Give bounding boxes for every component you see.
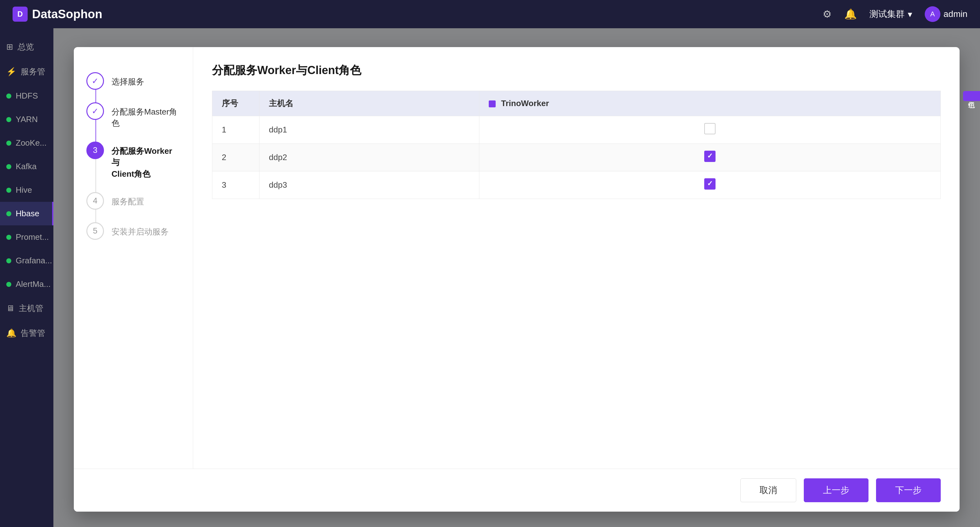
status-dot-green bbox=[6, 282, 11, 287]
server-icon: ⚡ bbox=[6, 67, 16, 76]
sidebar-item-label: AlertMa... bbox=[16, 279, 51, 289]
navbar-right: ⚙ 🔔 测试集群 ▾ A admin bbox=[822, 6, 967, 22]
col-header-seq: 序号 bbox=[212, 91, 259, 116]
sidebar-item-alertmanager[interactable]: AlertMa... bbox=[0, 273, 53, 296]
cell-checkbox-3 bbox=[479, 171, 941, 199]
right-panel-hints: 色组 bbox=[963, 91, 980, 101]
avatar: A bbox=[925, 6, 940, 22]
cluster-name: 测试集群 bbox=[869, 8, 905, 20]
sidebar-item-service-mgmt[interactable]: ⚡ 服务管 bbox=[0, 59, 53, 84]
cell-hostname-3: ddp3 bbox=[259, 171, 479, 199]
sidebar-item-label: ZooKe... bbox=[16, 138, 46, 148]
step-number-4: 4 bbox=[86, 192, 104, 210]
grid-icon: ⊞ bbox=[6, 42, 13, 52]
status-dot-green bbox=[6, 117, 11, 122]
sidebar-item-label: 告警管 bbox=[21, 328, 45, 339]
sidebar-item-label: YARN bbox=[16, 114, 38, 124]
sidebar-item-label: 服务管 bbox=[21, 66, 45, 77]
step-label-1: 选择服务 bbox=[111, 72, 144, 87]
modal-title: 分配服务Worker与Client角色 bbox=[212, 63, 941, 78]
alarm-icon: 🔔 bbox=[6, 328, 16, 338]
sidebar-item-label: Promet... bbox=[16, 232, 49, 242]
step-item-1: ✓ 选择服务 bbox=[86, 66, 180, 96]
sidebar-item-hive[interactable]: Hive bbox=[0, 178, 53, 202]
sidebar-item-hdfs[interactable]: HDFS bbox=[0, 84, 53, 108]
step-item-2: ✓ 分配服务Master角色 bbox=[86, 96, 180, 135]
step-number-1: ✓ bbox=[86, 72, 104, 90]
notification-icon[interactable]: 🔔 bbox=[844, 8, 857, 20]
main-content: ✓ 选择服务 ✓ 分配服务Master角色 bbox=[53, 28, 980, 527]
step-number-5: 5 bbox=[86, 222, 104, 240]
sidebar-item-label: Grafana... bbox=[16, 256, 52, 265]
checkmark-icon: ✓ bbox=[92, 76, 99, 86]
sidebar-item-yarn[interactable]: YARN bbox=[0, 108, 53, 131]
sidebar-item-prometheus[interactable]: Promet... bbox=[0, 225, 53, 249]
modal-overlay: ✓ 选择服务 ✓ 分配服务Master角色 bbox=[53, 28, 980, 527]
next-button[interactable]: 下一步 bbox=[876, 478, 941, 502]
status-dot-green bbox=[6, 141, 11, 146]
step-number-2: ✓ bbox=[86, 102, 104, 120]
sidebar-item-host-mgmt[interactable]: 🖥 主机管 bbox=[0, 296, 53, 321]
sidebar-item-zookeeper[interactable]: ZooKe... bbox=[0, 131, 53, 155]
sidebar-item-label: Kafka bbox=[16, 162, 37, 171]
modal-footer: 取消 上一步 下一步 bbox=[74, 468, 959, 512]
app-name: DataSophon bbox=[32, 8, 102, 21]
status-dot-green bbox=[6, 164, 11, 169]
cell-hostname-2: ddp2 bbox=[259, 144, 479, 171]
step-label-3: 分配服务Worker与Client角色 bbox=[111, 141, 180, 179]
sidebar-item-kafka[interactable]: Kafka bbox=[0, 155, 53, 178]
host-icon: 🖥 bbox=[6, 303, 14, 313]
cluster-selector[interactable]: 测试集群 ▾ bbox=[869, 8, 912, 20]
checkbox-ddp2-trinoworker[interactable] bbox=[704, 151, 716, 162]
sidebar: ⊞ 总览 ⚡ 服务管 HDFS YARN ZooKe... Kafka Hive bbox=[0, 28, 53, 527]
status-dot-green bbox=[6, 94, 11, 98]
cell-checkbox-2 bbox=[479, 144, 941, 171]
sidebar-item-label: 总览 bbox=[18, 41, 34, 52]
wizard-steps: ✓ 选择服务 ✓ 分配服务Master角色 bbox=[74, 47, 193, 468]
modal-panel: 分配服务Worker与Client角色 序号 主机名 bbox=[193, 47, 959, 468]
sidebar-item-label: 主机管 bbox=[19, 303, 43, 314]
step-item-5: 5 安装并启动服务 bbox=[86, 216, 180, 246]
app-brand: D DataSophon bbox=[13, 6, 102, 22]
checkmark-icon: ✓ bbox=[92, 106, 99, 116]
step-item-4: 4 服务配置 bbox=[86, 186, 180, 216]
step-label-4: 服务配置 bbox=[111, 192, 144, 207]
sidebar-item-label: HDFS bbox=[16, 91, 38, 101]
checkbox-ddp3-trinoworker[interactable] bbox=[704, 178, 716, 190]
wizard-modal: ✓ 选择服务 ✓ 分配服务Master角色 bbox=[74, 47, 959, 512]
status-dot-green bbox=[6, 258, 11, 264]
status-dot-green bbox=[6, 211, 11, 216]
cell-hostname-1: ddp1 bbox=[259, 116, 479, 144]
cancel-button[interactable]: 取消 bbox=[740, 478, 796, 502]
sidebar-item-grafana[interactable]: Grafana... bbox=[0, 249, 53, 273]
step-label-2: 分配服务Master角色 bbox=[111, 102, 180, 129]
role-color-indicator bbox=[489, 100, 496, 107]
settings-icon[interactable]: ⚙ bbox=[822, 8, 832, 20]
table-row: 1 ddp1 bbox=[212, 116, 941, 144]
sidebar-item-hbase[interactable]: Hbase bbox=[0, 202, 53, 225]
admin-user: A admin bbox=[925, 6, 967, 22]
navbar: D DataSophon ⚙ 🔔 测试集群 ▾ A admin bbox=[0, 0, 980, 28]
step-digit-4: 4 bbox=[93, 196, 97, 206]
cell-seq-2: 2 bbox=[212, 144, 259, 171]
step-label-5: 安装并启动服务 bbox=[111, 222, 169, 237]
table-row: 3 ddp3 bbox=[212, 171, 941, 199]
table-row: 2 ddp2 bbox=[212, 144, 941, 171]
app-logo-icon: D bbox=[13, 6, 28, 22]
prev-button[interactable]: 上一步 bbox=[804, 478, 869, 502]
sidebar-item-overview[interactable]: ⊞ 总览 bbox=[0, 35, 53, 59]
modal-body: ✓ 选择服务 ✓ 分配服务Master角色 bbox=[74, 47, 959, 468]
step-digit-3: 3 bbox=[93, 145, 97, 155]
cell-seq-3: 3 bbox=[212, 171, 259, 199]
step-item-3: 3 分配服务Worker与Client角色 bbox=[86, 135, 180, 186]
cell-checkbox-1 bbox=[479, 116, 941, 144]
sidebar-item-label: Hive bbox=[16, 185, 32, 195]
role-table: 序号 主机名 TrinoWorker bbox=[212, 91, 941, 199]
sidebar-item-alarm-mgmt[interactable]: 🔔 告警管 bbox=[0, 321, 53, 346]
sidebar-item-label: Hbase bbox=[16, 209, 39, 219]
col-header-trino-worker: TrinoWorker bbox=[479, 91, 941, 116]
add-role-group-button[interactable]: 色组 bbox=[963, 91, 980, 101]
status-dot-green bbox=[6, 188, 11, 193]
cell-seq-1: 1 bbox=[212, 116, 259, 144]
checkbox-ddp1-trinoworker[interactable] bbox=[704, 123, 716, 134]
